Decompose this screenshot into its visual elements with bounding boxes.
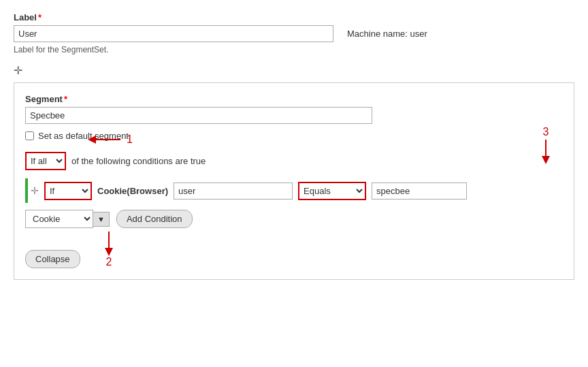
equals-select[interactable]: Equals Contains Does not equal [298, 182, 366, 200]
condition-inner: ✛ If If not Cookie(Browser) Equals Conta… [31, 178, 563, 203]
annotation-3-num: 3 [543, 126, 549, 138]
default-segment-checkbox[interactable] [25, 131, 34, 140]
segment-block: Segment* Set as default segment 1 3 [14, 82, 574, 280]
cookie-select-wrap: Cookie Session IP ▼ [25, 210, 110, 228]
condition-value-input[interactable] [174, 182, 293, 200]
cookie-select[interactable]: Cookie Session IP [25, 210, 93, 228]
if-select[interactable]: If If not [44, 182, 92, 200]
segment-input[interactable] [25, 107, 372, 124]
conditions-text: of the following conditions are true [71, 156, 206, 166]
specbee-input[interactable] [372, 182, 467, 200]
annotation-1-group: 1 [86, 133, 133, 146]
conditions-header: 1 3 If all If any of the following condi… [25, 152, 563, 170]
add-condition-button[interactable]: Add Condition [116, 210, 193, 228]
arrow-2-icon [99, 232, 119, 256]
label-field-label: Label* [14, 12, 574, 22]
annotation-1-num: 1 [127, 133, 133, 146]
drag-handle-condition[interactable]: ✛ [31, 185, 39, 196]
condition-container: ✛ If If not Cookie(Browser) Equals Conta… [25, 178, 563, 203]
segment-label-row: Segment* [25, 94, 563, 124]
label-text: Label [14, 12, 37, 22]
if-all-select[interactable]: If all If any [25, 152, 66, 170]
segment-field-label: Segment* [25, 94, 563, 104]
arrow-3-icon [536, 140, 556, 164]
bottom-row: 2 Cookie Session IP ▼ Add Condition [25, 210, 563, 228]
label-hint: Label for the SegmentSet. [14, 45, 574, 54]
label-section: Label* Machine name: user Label for the … [14, 12, 574, 54]
condition-left-bar [25, 178, 28, 203]
machine-name: Machine name: user [347, 29, 427, 39]
arrow-1-icon [86, 133, 124, 146]
drag-handle-top[interactable]: ✛ [14, 64, 574, 77]
annotation-2-num: 2 [106, 256, 112, 268]
collapse-button[interactable]: Collapse [25, 250, 80, 268]
annotation-3-group: 3 [536, 126, 556, 164]
segment-required: * [64, 94, 67, 104]
cookie-dropdown-btn[interactable]: ▼ [93, 212, 110, 227]
segment-text: Segment [25, 94, 63, 104]
annotation-2-group: 2 [99, 232, 119, 268]
required-marker: * [38, 12, 42, 22]
label-input[interactable] [14, 25, 333, 42]
cookie-browser-label: Cookie(Browser) [97, 186, 168, 196]
